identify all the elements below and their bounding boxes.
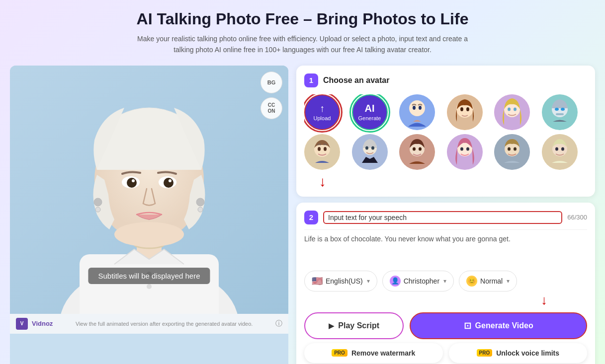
svg-point-55 <box>514 147 517 150</box>
svg-point-30 <box>514 107 517 111</box>
bg-button[interactable]: BG <box>260 72 282 93</box>
text-input-header: 2 Input text for your speech 66/300 <box>304 211 587 224</box>
cc-button[interactable]: CC ON <box>260 97 282 119</box>
avatar-item[interactable] <box>304 134 340 170</box>
video-footer: V Vidnoz View the full animated version … <box>10 314 288 334</box>
avatar-item[interactable] <box>399 134 435 170</box>
avatar-item[interactable] <box>352 134 388 170</box>
subtitles-bar: Subtitles will be displayed here <box>88 268 210 284</box>
controls-row: 🇺🇸 English(US) ▾ 👤 Christopher ▾ 😊 Norma… <box>304 271 587 291</box>
avatar-scroll-container: ↑ Upload AI Generate <box>304 94 587 170</box>
step2-badge: 2 <box>304 211 318 224</box>
avatar-item[interactable] <box>542 134 578 170</box>
avatar-item[interactable] <box>494 134 530 170</box>
svg-point-43 <box>371 146 374 149</box>
generate-video-label: Generate Video <box>475 321 533 330</box>
language-chevron: ▾ <box>367 278 370 285</box>
svg-point-25 <box>460 107 463 111</box>
upload-label: Upload <box>314 115 331 121</box>
upload-icon: ↑ <box>320 103 325 114</box>
svg-point-26 <box>466 107 469 111</box>
svg-rect-35 <box>556 113 564 115</box>
avatar-item[interactable] <box>399 94 435 130</box>
step1-badge: 1 <box>304 73 318 87</box>
tone-dropdown[interactable]: 😊 Normal ▾ <box>459 271 517 291</box>
unlock-voice-label: Unlock voice limits <box>496 349 559 357</box>
play-script-button[interactable]: ▶ Play Script <box>304 312 404 339</box>
generate-video-icon: ⊡ <box>464 320 471 331</box>
footer-note: View the full animated version after exp… <box>57 321 271 327</box>
svg-point-22 <box>419 106 422 110</box>
pro-badge-1: PRO <box>332 349 347 357</box>
action-buttons: ▶ Play Script ⊡ Generate Video <box>304 312 587 339</box>
svg-point-39 <box>324 147 327 151</box>
svg-point-8 <box>196 198 204 206</box>
speech-textarea[interactable] <box>304 234 587 264</box>
text-area-wrapper <box>304 229 587 266</box>
vidnoz-logo-icon: V <box>16 318 28 330</box>
avatar-grid: ↑ Upload AI Generate <box>304 94 587 170</box>
play-script-label: Play Script <box>338 321 379 330</box>
choose-avatar-section: 1 Choose an avatar ↑ Upload AI Generate <box>296 66 595 197</box>
svg-point-38 <box>318 147 321 151</box>
tone-chevron: ▾ <box>507 278 510 285</box>
flag-icon: 🇺🇸 <box>312 276 323 287</box>
text-input-section: 2 Input text for your speech 66/300 🇺🇸 E… <box>296 203 595 364</box>
svg-point-47 <box>419 147 422 150</box>
avatar-item[interactable] <box>542 94 578 130</box>
svg-point-6 <box>94 198 102 206</box>
svg-point-33 <box>555 108 559 111</box>
svg-point-54 <box>508 147 511 150</box>
remove-watermark-button[interactable]: PRO Remove watermark <box>304 343 443 363</box>
svg-point-12 <box>127 178 137 188</box>
voice-dropdown[interactable]: 👤 Christopher ▾ <box>382 271 454 291</box>
svg-point-16 <box>114 222 184 247</box>
svg-point-7 <box>95 207 100 212</box>
svg-point-14 <box>132 179 135 182</box>
video-panel: BG CC ON Subtitles will be displayed her… <box>10 66 288 364</box>
video-controls: BG CC ON <box>260 72 282 119</box>
video-preview: BG CC ON Subtitles will be displayed her… <box>10 66 288 314</box>
svg-point-51 <box>466 147 469 150</box>
voice-label: Christopher <box>404 277 439 285</box>
svg-point-42 <box>365 146 368 149</box>
avatar-item[interactable] <box>494 94 530 130</box>
generate-label: Generate <box>358 115 381 121</box>
section1-title: Choose an avatar <box>323 76 389 85</box>
svg-point-21 <box>413 106 416 110</box>
page-title: AI Talking Photo Free – Bring Photos to … <box>10 10 595 28</box>
remove-watermark-label: Remove watermark <box>351 349 415 357</box>
generate-video-button[interactable]: ⊡ Generate Video <box>410 312 587 339</box>
avatar-item[interactable] <box>447 134 483 170</box>
mood-icon: 😊 <box>466 276 477 287</box>
svg-point-29 <box>508 107 511 111</box>
generate-avatar-button[interactable]: AI Generate <box>352 94 388 130</box>
voice-chevron: ▾ <box>443 278 446 285</box>
arrow-to-generate: ↓ <box>541 293 547 306</box>
unlock-voice-button[interactable]: PRO Unlock voice limits <box>449 343 588 363</box>
char-count: 66/300 <box>567 214 587 221</box>
svg-point-59 <box>561 147 564 150</box>
section1-header: 1 Choose an avatar <box>304 73 587 87</box>
svg-point-58 <box>555 147 558 150</box>
pro-buttons-row: PRO Remove watermark PRO Unlock voice li… <box>304 343 587 363</box>
svg-point-18 <box>147 284 152 289</box>
vidnoz-logo-text: Vidnoz <box>32 320 53 327</box>
page-subtitle: Make your realistic talking photo online… <box>129 33 477 56</box>
speech-label: Input text for your speech <box>323 211 562 224</box>
upload-avatar-button[interactable]: ↑ Upload <box>304 94 340 130</box>
down-arrow-step1: ↓ <box>304 175 587 189</box>
svg-point-50 <box>460 147 463 150</box>
svg-point-46 <box>413 147 416 150</box>
right-panel: 1 Choose an avatar ↑ Upload AI Generate <box>296 66 595 364</box>
svg-point-20 <box>409 100 425 116</box>
language-label: English(US) <box>326 277 363 285</box>
ai-icon: AI <box>365 103 375 114</box>
language-dropdown[interactable]: 🇺🇸 English(US) ▾ <box>304 271 377 291</box>
play-icon: ▶ <box>329 322 334 330</box>
avatar-item[interactable] <box>447 94 483 130</box>
tone-label: Normal <box>480 277 503 285</box>
svg-point-34 <box>561 108 565 111</box>
svg-point-9 <box>198 207 203 212</box>
pro-badge-2: PRO <box>477 349 493 357</box>
